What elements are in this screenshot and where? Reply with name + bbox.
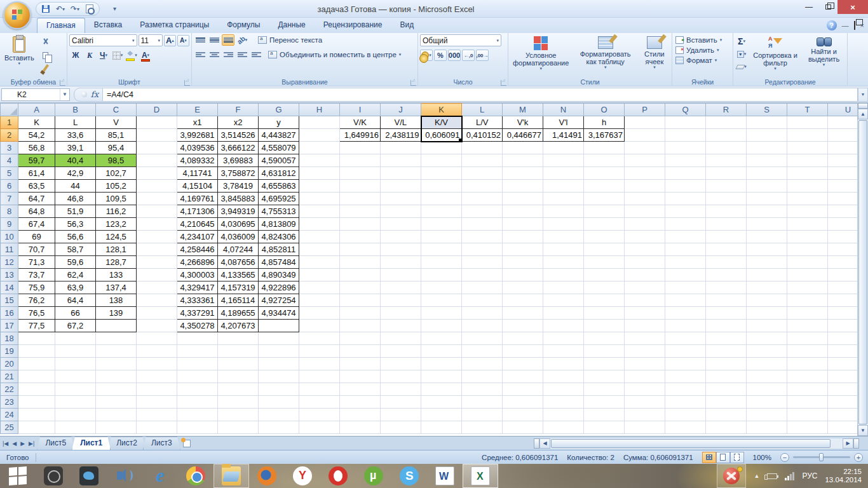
zoom-level[interactable]: 100% — [753, 454, 771, 461]
cell-F15[interactable]: 4,165114 — [218, 294, 259, 307]
row-header-8[interactable]: 8 — [1, 205, 18, 218]
cell-N9[interactable] — [543, 218, 584, 231]
cell-Q18[interactable] — [665, 332, 706, 345]
column-header-T[interactable]: T — [787, 104, 828, 116]
cell-R13[interactable] — [706, 269, 747, 281]
sheet-tab-Лист1[interactable]: Лист1 — [72, 437, 111, 450]
column-header-D[interactable]: D — [137, 104, 177, 116]
help-button[interactable]: ? — [827, 20, 837, 30]
cell-P4[interactable] — [625, 154, 665, 167]
restore-button[interactable] — [818, 0, 837, 14]
cell-Q8[interactable] — [665, 205, 706, 218]
cell-I22[interactable] — [340, 383, 381, 396]
cell-E14[interactable]: 4,329417 — [177, 281, 218, 294]
cell-Q6[interactable] — [665, 180, 706, 193]
cell-T21[interactable] — [787, 370, 828, 383]
cell-M25[interactable] — [503, 421, 543, 434]
column-header-K[interactable]: K — [421, 104, 462, 116]
cell-E10[interactable]: 4,234107 — [177, 231, 218, 243]
cut-button[interactable] — [39, 37, 52, 48]
page-break-view-button[interactable] — [730, 452, 744, 463]
cell-F22[interactable] — [218, 383, 259, 396]
cell-L17[interactable] — [462, 320, 503, 332]
cell-E20[interactable] — [177, 358, 218, 370]
cell-P25[interactable] — [625, 421, 665, 434]
cell-B8[interactable]: 51,9 — [55, 205, 96, 218]
cell-A14[interactable]: 75,9 — [18, 281, 55, 294]
cell-N25[interactable] — [543, 421, 584, 434]
cell-A24[interactable] — [18, 409, 55, 421]
column-header-O[interactable]: O — [584, 104, 625, 116]
cell-I2[interactable]: 1,649916 — [340, 129, 381, 142]
cell-D1[interactable] — [137, 116, 177, 129]
cell-D15[interactable] — [137, 294, 177, 307]
scroll-up-button[interactable]: ▲ — [858, 109, 868, 119]
cell-N15[interactable] — [543, 294, 584, 307]
cell-T10[interactable] — [787, 231, 828, 243]
cell-R12[interactable] — [706, 256, 747, 269]
office-button[interactable] — [3, 1, 31, 29]
align-top-button[interactable] — [194, 34, 207, 46]
cell-N5[interactable] — [543, 167, 584, 180]
insert-function-button[interactable]: fx — [74, 88, 103, 102]
cell-O3[interactable] — [584, 142, 625, 154]
cell-M11[interactable] — [503, 243, 543, 256]
cell-O15[interactable] — [584, 294, 625, 307]
cell-I19[interactable] — [340, 345, 381, 358]
cell-K20[interactable] — [421, 358, 462, 370]
cell-L13[interactable] — [462, 269, 503, 281]
cell-E24[interactable] — [177, 409, 218, 421]
decrease-indent-button[interactable] — [236, 49, 248, 60]
cell-L15[interactable] — [462, 294, 503, 307]
cell-M14[interactable] — [503, 281, 543, 294]
cell-K2[interactable]: 0,606091 — [421, 129, 462, 142]
cell-M13[interactable] — [503, 269, 543, 281]
align-left-button[interactable] — [194, 49, 207, 60]
cell-K7[interactable] — [421, 193, 462, 205]
cell-O9[interactable] — [584, 218, 625, 231]
percent-style-button[interactable]: % — [434, 50, 447, 61]
horizontal-scroll-track[interactable] — [550, 438, 843, 449]
cell-Q25[interactable] — [665, 421, 706, 434]
cell-B11[interactable]: 58,7 — [55, 243, 96, 256]
cell-A1[interactable]: K — [18, 116, 55, 129]
cell-I4[interactable] — [340, 154, 381, 167]
cell-B21[interactable] — [55, 370, 96, 383]
cell-K19[interactable] — [421, 345, 462, 358]
cell-J21[interactable] — [381, 370, 421, 383]
cell-Q15[interactable] — [665, 294, 706, 307]
cell-Q11[interactable] — [665, 243, 706, 256]
cell-G12[interactable]: 4,857484 — [259, 256, 299, 269]
cell-T15[interactable] — [787, 294, 828, 307]
cell-I23[interactable] — [340, 396, 381, 409]
cell-D21[interactable] — [137, 370, 177, 383]
cell-L4[interactable] — [462, 154, 503, 167]
cell-D10[interactable] — [137, 231, 177, 243]
row-header-9[interactable]: 9 — [1, 218, 18, 231]
cell-O24[interactable] — [584, 409, 625, 421]
row-header-13[interactable]: 13 — [1, 269, 18, 281]
cell-C19[interactable] — [96, 345, 137, 358]
cell-H2[interactable] — [299, 129, 340, 142]
cell-I25[interactable] — [340, 421, 381, 434]
cell-F5[interactable]: 3,758872 — [218, 167, 259, 180]
cell-M6[interactable] — [503, 180, 543, 193]
cell-E3[interactable]: 4,039536 — [177, 142, 218, 154]
cell-N6[interactable] — [543, 180, 584, 193]
cell-M20[interactable] — [503, 358, 543, 370]
cell-L8[interactable] — [462, 205, 503, 218]
cell-H16[interactable] — [299, 307, 340, 320]
cell-Q3[interactable] — [665, 142, 706, 154]
cell-S19[interactable] — [747, 345, 787, 358]
split-handle[interactable] — [853, 438, 859, 449]
cell-A15[interactable]: 76,2 — [18, 294, 55, 307]
cell-M23[interactable] — [503, 396, 543, 409]
cell-D24[interactable] — [137, 409, 177, 421]
cell-G5[interactable]: 4,631812 — [259, 167, 299, 180]
cell-G1[interactable]: y — [259, 116, 299, 129]
cell-C15[interactable]: 138 — [96, 294, 137, 307]
cell-L19[interactable] — [462, 345, 503, 358]
cell-O18[interactable] — [584, 332, 625, 345]
cell-H6[interactable] — [299, 180, 340, 193]
scroll-down-button[interactable]: ▼ — [858, 425, 868, 436]
